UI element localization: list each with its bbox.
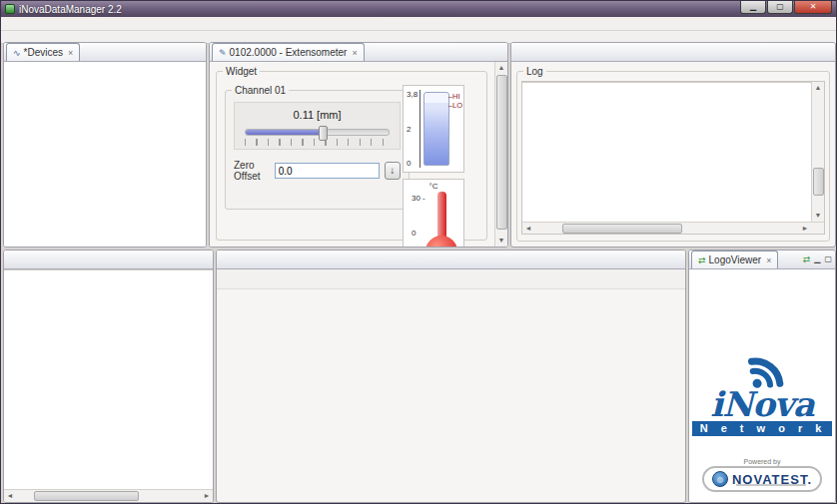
thermometer-value: 31: [425, 236, 457, 248]
log-vertical-scrollbar[interactable]: ▲ ▼: [811, 82, 824, 222]
logoviewer-tab-icon: ⇄: [698, 255, 706, 265]
scroll-left-icon[interactable]: ◄: [522, 223, 534, 235]
maximize-button[interactable]: ▢: [767, 1, 793, 14]
scroll-down-icon[interactable]: ▼: [495, 235, 507, 247]
slider-ticks: [245, 139, 390, 146]
vendor-badge: ◍ NOVATEST.: [702, 466, 822, 492]
level-gauge: 3,8 2 0 –HI –LO: [403, 85, 464, 173]
close-button[interactable]: ✕: [794, 1, 832, 14]
scroll-up-icon[interactable]: ▲: [495, 62, 507, 74]
channel-group-label: Channel 01: [232, 85, 289, 96]
devices-tab-label: *Devices: [24, 47, 63, 58]
scroll-up-icon[interactable]: ▲: [812, 82, 824, 94]
extensometer-panel: ✎ 0102.0000 - Extensometer × Widget Chan…: [209, 42, 508, 248]
application-window: iNovaDataManager 2.2 ▁ ▢ ✕ ∿ *Devices × …: [0, 0, 837, 504]
measurement-horizontal-scrollbar[interactable]: ◄ ►: [4, 489, 213, 502]
scroll-right-icon[interactable]: ►: [799, 223, 811, 235]
devices-tab-icon: ∿: [13, 48, 21, 58]
extensometer-tab-icon: ✎: [219, 48, 227, 58]
measurement-table: [4, 269, 213, 489]
maximize-view-icon[interactable]: ▢: [824, 254, 832, 264]
logo-refresh-icon[interactable]: ⇄: [803, 253, 811, 265]
wifi-icon: [730, 337, 794, 389]
hi-marker: –HI: [448, 92, 462, 101]
apply-offset-button[interactable]: ↓: [385, 162, 401, 180]
channel-value: 0.11 [mm]: [245, 109, 390, 121]
tab-devices[interactable]: ∿ *Devices ×: [6, 43, 80, 61]
devices-panel: ∿ *Devices ×: [3, 42, 207, 248]
tank-tick-mid: 2: [407, 125, 419, 134]
slider-thumb[interactable]: [319, 126, 328, 141]
window-title: iNovaDataManager 2.2: [19, 4, 122, 15]
thermometer-gauge: °C 30 - 0 31: [403, 179, 464, 248]
logoviewer-tab-label: LogoViewer: [709, 254, 762, 265]
scroll-right-icon[interactable]: ►: [201, 490, 213, 502]
measurement-panel: ◄ ►: [3, 250, 214, 503]
vendor-globe-icon: ◍: [712, 471, 728, 487]
close-icon[interactable]: ×: [766, 255, 771, 265]
devices-tree: [4, 62, 206, 247]
brand-name: iNova: [710, 389, 813, 419]
log-table: ▲ ▼ ◄ ►: [521, 81, 825, 235]
timeseries-chart[interactable]: [217, 289, 685, 502]
vendor-tagline: [736, 484, 806, 486]
tab-extensometer[interactable]: ✎ 0102.0000 - Extensometer ×: [212, 43, 365, 61]
close-icon[interactable]: ×: [352, 48, 357, 58]
minimize-view-icon[interactable]: ▁: [814, 254, 820, 264]
slider-fill: [246, 130, 320, 135]
timeseries-panel: [216, 250, 686, 503]
chart-toolbar: [217, 269, 685, 289]
tank-tick-high: 3,8: [407, 90, 419, 99]
thermo-tick-high: 30 -: [412, 194, 425, 203]
brand-network-label: N e t w o r k: [692, 421, 833, 436]
zero-offset-label: Zero Offset: [234, 160, 270, 182]
log-horizontal-scrollbar[interactable]: ◄ ►: [522, 222, 824, 234]
thermo-tick-low: 0: [412, 229, 425, 238]
titlebar[interactable]: iNovaDataManager 2.2 ▁ ▢ ✕: [1, 1, 836, 17]
lo-marker: –LO: [448, 101, 462, 110]
menubar: [1, 17, 836, 31]
log-panel: Log ▲ ▼ ◄ ►: [510, 42, 836, 248]
widget-vertical-scrollbar[interactable]: ▲ ▼: [494, 62, 507, 247]
minimize-button[interactable]: ▁: [740, 1, 766, 14]
app-icon: [5, 4, 15, 14]
widget-group-label: Widget: [223, 66, 260, 77]
scroll-down-icon[interactable]: ▼: [812, 210, 824, 222]
zero-offset-input[interactable]: [275, 163, 380, 179]
down-arrow-icon: ↓: [390, 165, 395, 176]
channel-slider[interactable]: [245, 129, 390, 136]
powered-by-label: Powered by: [744, 458, 781, 465]
thermo-unit-label: °C: [429, 182, 438, 191]
tab-logoviewer[interactable]: ⇄ LogoViewer ×: [691, 251, 778, 268]
scroll-left-icon[interactable]: ◄: [4, 490, 16, 502]
extensometer-tab-label: 0102.0000 - Extensometer: [230, 47, 348, 58]
tank-tick-low: 0: [407, 159, 419, 168]
logoviewer-panel: ⇄ LogoViewer × ⇄ ▁ ▢ iNova N e t w o r k…: [688, 250, 836, 503]
tank-cylinder: [423, 92, 449, 166]
log-group-label: Log: [523, 66, 546, 77]
close-icon[interactable]: ×: [68, 48, 73, 58]
